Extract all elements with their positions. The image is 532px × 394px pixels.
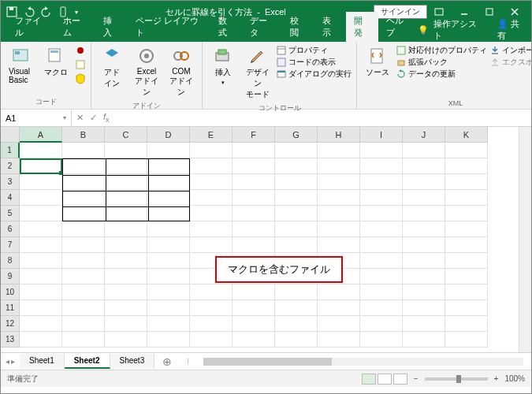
col-header[interactable]: I	[360, 127, 403, 143]
cell[interactable]	[318, 284, 360, 300]
cell[interactable]	[445, 158, 488, 174]
cell[interactable]	[275, 300, 318, 316]
cell[interactable]	[105, 284, 147, 300]
cell[interactable]	[190, 300, 233, 316]
cell[interactable]	[20, 269, 62, 284]
map-properties-button[interactable]: 対応付けのプロパティ	[396, 45, 487, 56]
row-header[interactable]: 5	[1, 206, 20, 221]
close-icon[interactable]	[503, 4, 526, 20]
row-header[interactable]: 4	[1, 190, 20, 206]
cell[interactable]	[62, 253, 105, 269]
cell[interactable]	[20, 174, 62, 190]
cell[interactable]	[233, 143, 275, 158]
sheet-tab[interactable]: Sheet1	[20, 354, 65, 369]
cell[interactable]	[445, 143, 488, 158]
sheet-tab[interactable]: Sheet3	[110, 354, 155, 369]
row-header[interactable]: 11	[1, 300, 20, 316]
run-dialog-button[interactable]: ダイアログの実行	[277, 69, 352, 80]
col-header[interactable]: D	[147, 127, 190, 143]
cell[interactable]	[445, 332, 488, 348]
cell[interactable]	[445, 316, 488, 332]
cell[interactable]	[105, 300, 147, 316]
cell[interactable]	[275, 332, 318, 348]
zoom-in-button[interactable]: +	[494, 374, 499, 383]
cell[interactable]	[403, 269, 445, 284]
ribbon-tab-9[interactable]: ヘルプ	[378, 12, 419, 42]
cell[interactable]	[445, 190, 488, 206]
col-header[interactable]: F	[233, 127, 275, 143]
fx-icon[interactable]: fx	[103, 112, 110, 124]
new-sheet-button[interactable]: ⊕	[154, 355, 180, 368]
cell[interactable]	[190, 174, 233, 190]
cell[interactable]	[233, 237, 275, 253]
tell-me-button[interactable]: 操作アシスト	[433, 18, 481, 42]
cell[interactable]	[233, 190, 275, 206]
row-header[interactable]: 10	[1, 284, 20, 300]
col-header[interactable]: G	[275, 127, 318, 143]
row-header[interactable]: 2	[1, 158, 20, 174]
minimize-icon[interactable]	[452, 4, 476, 20]
cell[interactable]	[360, 284, 403, 300]
cell[interactable]	[147, 237, 190, 253]
cell[interactable]	[445, 269, 488, 284]
cell[interactable]	[190, 316, 233, 332]
col-header[interactable]: A	[20, 127, 62, 143]
zoom-out-button[interactable]: −	[414, 374, 419, 383]
cell[interactable]	[403, 143, 445, 158]
enter-formula-icon[interactable]: ✓	[90, 113, 97, 123]
cell[interactable]	[360, 237, 403, 253]
cell[interactable]	[233, 221, 275, 237]
view-code-button[interactable]: コードの表示	[277, 57, 352, 68]
row-header[interactable]: 9	[1, 269, 20, 284]
cell[interactable]	[190, 206, 233, 221]
ribbon-tab-7[interactable]: 表示	[314, 12, 347, 42]
cell[interactable]	[275, 237, 318, 253]
cell[interactable]	[318, 143, 360, 158]
design-mode-button[interactable]: デザイン モード	[242, 45, 273, 102]
cell[interactable]	[105, 237, 147, 253]
zoom-level[interactable]: 100%	[504, 374, 525, 383]
cell[interactable]	[275, 221, 318, 237]
cell[interactable]	[105, 143, 147, 158]
save-icon[interactable]	[6, 6, 18, 18]
zoom-slider[interactable]	[425, 377, 488, 381]
cell[interactable]	[20, 300, 62, 316]
cell[interactable]	[275, 158, 318, 174]
cell[interactable]	[318, 221, 360, 237]
cell[interactable]	[62, 269, 105, 284]
cell[interactable]	[20, 332, 62, 348]
row-header[interactable]: 1	[1, 143, 20, 158]
name-box[interactable]: A1▾	[1, 110, 72, 126]
cell[interactable]	[360, 221, 403, 237]
cell[interactable]	[403, 190, 445, 206]
export-button[interactable]: エクスポート	[490, 57, 532, 68]
macros-button[interactable]: マクロ	[40, 45, 72, 80]
cell[interactable]	[147, 253, 190, 269]
cell[interactable]	[233, 206, 275, 221]
cell[interactable]	[360, 269, 403, 284]
tab-prev-icon[interactable]: ◂	[6, 357, 9, 366]
cell[interactable]	[233, 316, 275, 332]
row-header[interactable]: 6	[1, 221, 20, 237]
col-header[interactable]: B	[62, 127, 105, 143]
cell[interactable]	[62, 237, 105, 253]
ribbon-tab-6[interactable]: 校閲	[282, 12, 314, 42]
cell[interactable]	[275, 284, 318, 300]
refresh-data-button[interactable]: データの更新	[396, 69, 487, 80]
row-header[interactable]: 3	[1, 174, 20, 190]
cell[interactable]	[62, 143, 105, 158]
com-addins-button[interactable]: COM アドイン	[166, 45, 197, 99]
undo-icon[interactable]	[23, 6, 35, 18]
xml-source-button[interactable]: ソース	[362, 45, 393, 80]
col-header[interactable]: E	[190, 127, 233, 143]
row-header[interactable]: 7	[1, 237, 20, 253]
col-header[interactable]: C	[105, 127, 147, 143]
cell[interactable]	[360, 316, 403, 332]
cell[interactable]	[62, 284, 105, 300]
cell[interactable]	[318, 206, 360, 221]
cell[interactable]	[318, 316, 360, 332]
cell[interactable]	[20, 253, 62, 269]
cell[interactable]	[147, 284, 190, 300]
cell[interactable]	[190, 190, 233, 206]
row-header[interactable]: 12	[1, 316, 20, 332]
